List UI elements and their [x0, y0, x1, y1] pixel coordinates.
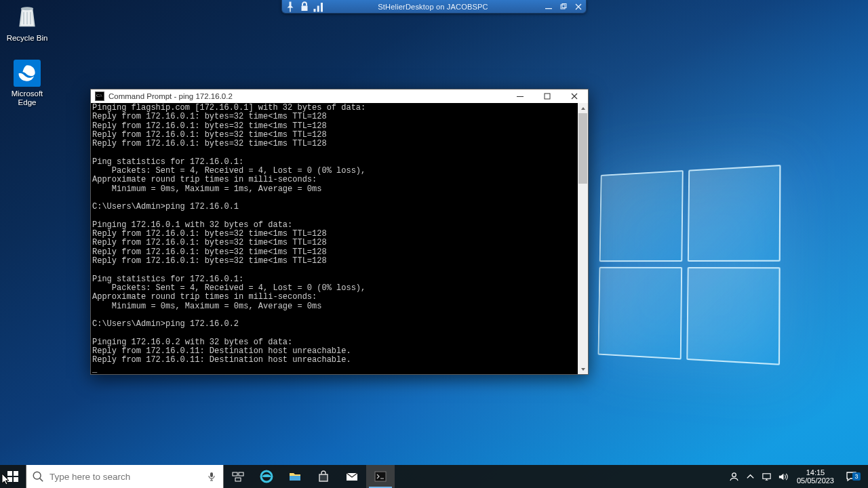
remote-close-button[interactable] [571, 1, 586, 13]
remote-session-title: StHelierDesktop on JACOBSPC [325, 3, 541, 11]
pin-icon[interactable] [284, 1, 296, 13]
svg-rect-18 [375, 472, 386, 481]
taskbar-app-command-prompt[interactable] [366, 465, 395, 488]
desktop-icon-label: Microsoft Edge [1, 89, 53, 107]
tray-people-icon[interactable] [726, 465, 743, 488]
cmd-minimize-button[interactable] [507, 89, 534, 103]
svg-rect-15 [235, 478, 241, 481]
desktop-icon-recycle-bin[interactable]: Recycle Bin [1, 3, 53, 43]
command-prompt-output[interactable]: Pinging flagship.com [172.16.0.1] with 3… [91, 103, 578, 374]
scroll-thumb[interactable] [578, 113, 587, 184]
lock-icon[interactable] [298, 1, 311, 13]
search-icon [26, 470, 50, 483]
signal-icon[interactable] [313, 1, 325, 13]
microphone-icon[interactable] [200, 472, 223, 481]
svg-rect-7 [561, 5, 565, 9]
scroll-track[interactable] [578, 113, 588, 364]
svg-rect-6 [545, 8, 552, 9]
svg-point-11 [33, 472, 41, 479]
remote-session-titlebar[interactable]: StHelierDesktop on JACOBSPC [281, 0, 587, 14]
command-prompt-titlebar[interactable]: Command Prompt - ping 172.16.0.2 [91, 89, 588, 103]
command-prompt-title: Command Prompt - ping 172.16.0.2 [108, 92, 507, 100]
taskbar-app-file-explorer[interactable] [281, 465, 309, 488]
tray-time: 14:15 [797, 468, 834, 476]
scroll-up-button[interactable] [578, 103, 588, 113]
cmd-close-button[interactable] [561, 89, 588, 103]
svg-rect-4 [317, 5, 319, 12]
svg-rect-14 [239, 472, 243, 476]
recycle-bin-icon [12, 3, 42, 33]
desktop-icon-label: Recycle Bin [1, 34, 53, 43]
tray-date: 05/05/2023 [797, 476, 834, 485]
svg-rect-20 [763, 473, 770, 479]
tray-action-center[interactable]: 3 [840, 471, 863, 483]
desktop-background[interactable]: Recycle Bin Microsoft Edge StHelierDeskt… [0, 0, 868, 488]
tray-network-icon[interactable] [759, 465, 775, 488]
svg-rect-3 [314, 9, 316, 12]
svg-point-19 [732, 472, 736, 476]
svg-point-0 [21, 7, 33, 10]
svg-rect-13 [233, 472, 237, 476]
taskbar: 14:15 05/05/2023 3 [0, 465, 868, 488]
cmd-maximize-button[interactable] [534, 89, 561, 103]
command-prompt-icon [95, 92, 104, 101]
svg-rect-2 [302, 5, 308, 11]
remote-restore-button[interactable] [556, 1, 571, 13]
svg-rect-10 [545, 94, 550, 99]
remote-minimize-button[interactable] [541, 1, 556, 13]
taskbar-app-edge[interactable] [252, 465, 281, 488]
svg-rect-5 [321, 3, 323, 12]
notification-badge: 3 [852, 472, 861, 481]
cmd-scrollbar[interactable] [578, 103, 588, 374]
svg-rect-12 [210, 472, 213, 477]
taskbar-app-mail[interactable] [338, 465, 366, 488]
windows-logo-icon [7, 471, 18, 482]
windows-hero-logo [598, 165, 781, 365]
tray-volume-icon[interactable] [775, 465, 791, 488]
tray-chevron-up-icon[interactable] [743, 465, 759, 488]
svg-rect-9 [517, 96, 524, 97]
system-tray: 14:15 05/05/2023 3 [726, 465, 868, 488]
desktop-icon-edge[interactable]: Microsoft Edge [1, 58, 53, 107]
start-button[interactable] [0, 465, 26, 488]
command-prompt-window[interactable]: Command Prompt - ping 172.16.0.2 Pinging… [90, 89, 589, 375]
task-view-button[interactable] [224, 465, 252, 488]
edge-icon [12, 58, 42, 88]
tray-clock[interactable]: 14:15 05/05/2023 [791, 468, 840, 485]
search-input[interactable] [50, 472, 200, 482]
svg-rect-8 [562, 3, 566, 7]
taskbar-search[interactable] [26, 465, 224, 488]
scroll-down-button[interactable] [578, 364, 588, 374]
taskbar-app-store[interactable] [309, 465, 338, 488]
